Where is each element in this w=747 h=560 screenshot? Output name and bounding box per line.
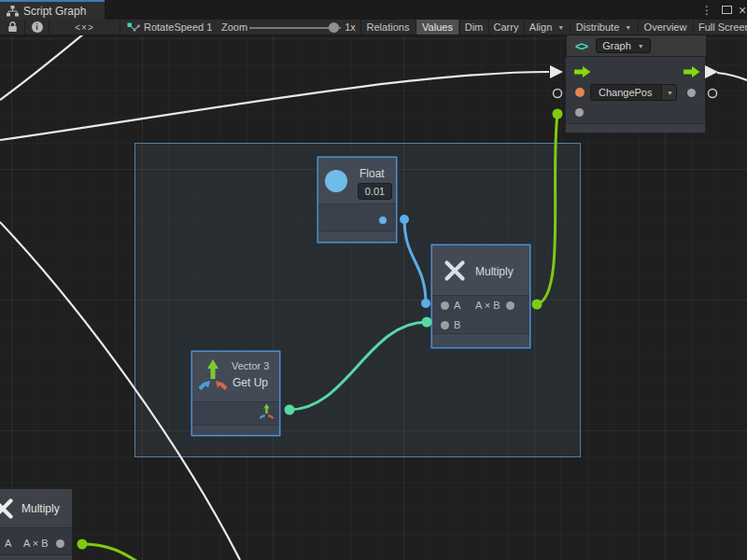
output-port[interactable] (506, 301, 514, 310)
wire-multiply-to-event[interactable] (537, 114, 557, 304)
chevron-down-icon: ▼ (638, 43, 644, 49)
code-view-button[interactable]: <×> (49, 20, 120, 35)
zoom-slider-track[interactable] (249, 27, 341, 29)
lock-button[interactable] (0, 20, 24, 35)
multiply-node[interactable]: Multiply A A × B B (431, 245, 530, 348)
vector3-icon (198, 358, 228, 394)
window-menu-icon[interactable]: ⋮ (700, 0, 713, 20)
node-title: Multiply (475, 265, 514, 278)
value-port[interactable] (575, 108, 584, 117)
node-header: Multiply (432, 245, 529, 296)
code-icon: <×> (75, 22, 94, 33)
zoom-value: 1x (342, 20, 359, 35)
float-type-icon (325, 170, 347, 192)
values-button[interactable]: Values (416, 20, 458, 35)
wire-endpoint-dot (421, 299, 430, 308)
node-footer (432, 333, 529, 347)
node-title: Multiply (21, 502, 60, 515)
value-port-orange[interactable] (575, 88, 585, 97)
wire-arrowhead-icon (550, 65, 563, 78)
unconnected-port-circle[interactable] (709, 90, 717, 98)
node-type-label: Vector 3 (232, 360, 269, 371)
event-node-changepos[interactable]: ChangePos ▼ (565, 56, 706, 133)
wire-white-to-event[interactable] (0, 72, 549, 140)
input-port-a[interactable] (441, 301, 449, 310)
graph-group-header: <> Graph ▼ (567, 35, 706, 56)
wire-arrowhead-icon (705, 65, 718, 78)
node-footer (566, 123, 705, 133)
title-bar: Script Graph ⋮ × (0, 0, 747, 20)
exec-input-port[interactable] (574, 66, 591, 78)
maximize-icon[interactable] (718, 0, 735, 20)
exec-output-port[interactable] (684, 66, 700, 78)
chevron-down-icon: ▼ (557, 24, 564, 31)
graph-toolbar: i <×> RotateSpeed 1 Zoom 1x Relations Va… (0, 20, 747, 35)
zoom-label: Zoom (220, 20, 248, 35)
node-footer (318, 231, 396, 242)
wire-float-to-multiply[interactable] (404, 219, 426, 303)
node-footer (192, 425, 279, 435)
overview-button[interactable]: Overview (638, 20, 692, 35)
input-port-b[interactable] (441, 321, 449, 329)
port-label-output: A × B (475, 300, 500, 311)
dim-button[interactable]: Dim (459, 20, 487, 35)
carry-button[interactable]: Carry (488, 20, 523, 35)
vector3-output-port[interactable] (259, 403, 275, 421)
wire-endpoint-dot (553, 109, 563, 119)
node-title: Float (359, 167, 385, 180)
float-value-input[interactable]: 0.01 (358, 183, 392, 200)
node-footer (0, 554, 72, 560)
close-icon[interactable]: × (736, 0, 747, 20)
node-title: Get Up (233, 376, 268, 389)
graph-canvas[interactable]: <> Graph ▼ ChangePos ▼ Float 0.01 (0, 35, 747, 560)
port-label-a: A (454, 300, 460, 311)
port-label-output: A × B (23, 538, 49, 549)
wire-endpoint-dot (285, 405, 295, 415)
wire-endpoint-dot (422, 317, 432, 328)
wire-endpoint-dot (400, 215, 409, 224)
relations-button[interactable]: Relations (360, 20, 415, 35)
script-graph-icon: <> (575, 39, 587, 53)
tab-title: Script Graph (23, 5, 86, 18)
graph-hierarchy-icon (7, 6, 19, 17)
vector3-get-up-node[interactable]: Vector 3 Get Up (191, 351, 280, 436)
tab-script-graph[interactable]: Script Graph (0, 0, 105, 20)
full-screen-button[interactable]: Full Screen (693, 20, 747, 35)
graph-asset-icon (127, 21, 140, 34)
chevron-down-icon: ▼ (625, 24, 631, 31)
wire-vector-to-multiply[interactable] (289, 322, 427, 410)
port-label-a: A (5, 538, 11, 549)
unconnected-port-circle[interactable] (554, 90, 562, 98)
breadcrumb[interactable]: RotateSpeed 1 (120, 20, 222, 35)
unity-script-graph-window: { "window": { "tab_title": "Script Graph… (0, 0, 747, 560)
node-header: Multiply (0, 489, 72, 528)
distribute-dropdown[interactable]: Distribute▼ (570, 20, 637, 35)
multiply-node-partial[interactable]: Multiply A A × B (0, 488, 73, 560)
output-port[interactable] (56, 539, 64, 548)
chevron-down-icon: ▼ (661, 85, 676, 100)
info-icon: i (32, 21, 43, 33)
node-header: Vector 3 Get Up (192, 352, 279, 402)
lock-icon (7, 21, 18, 33)
breadcrumb-label: RotateSpeed 1 (144, 21, 212, 33)
wire-white-topleft[interactable] (0, 35, 84, 100)
multiply-icon (444, 259, 466, 282)
info-button[interactable]: i (24, 20, 49, 35)
zoom-slider-handle[interactable] (329, 22, 339, 33)
align-dropdown[interactable]: Align▼ (524, 20, 569, 35)
wire-endpoint-dot (532, 300, 543, 310)
float-node[interactable]: Float 0.01 (317, 157, 397, 243)
changepos-dropdown[interactable]: ChangePos ▼ (590, 84, 677, 101)
graph-dropdown[interactable]: Graph ▼ (596, 38, 651, 53)
port-label-b: B (454, 319, 460, 330)
wire-white-from-event[interactable] (717, 73, 747, 80)
multiply-icon (0, 497, 14, 520)
wire-endpoint-dot (78, 539, 88, 550)
node-header: Float 0.01 (318, 158, 396, 204)
value-port[interactable] (687, 89, 696, 97)
wire-multiply2-output[interactable] (82, 544, 136, 560)
float-output-port[interactable] (379, 217, 387, 224)
